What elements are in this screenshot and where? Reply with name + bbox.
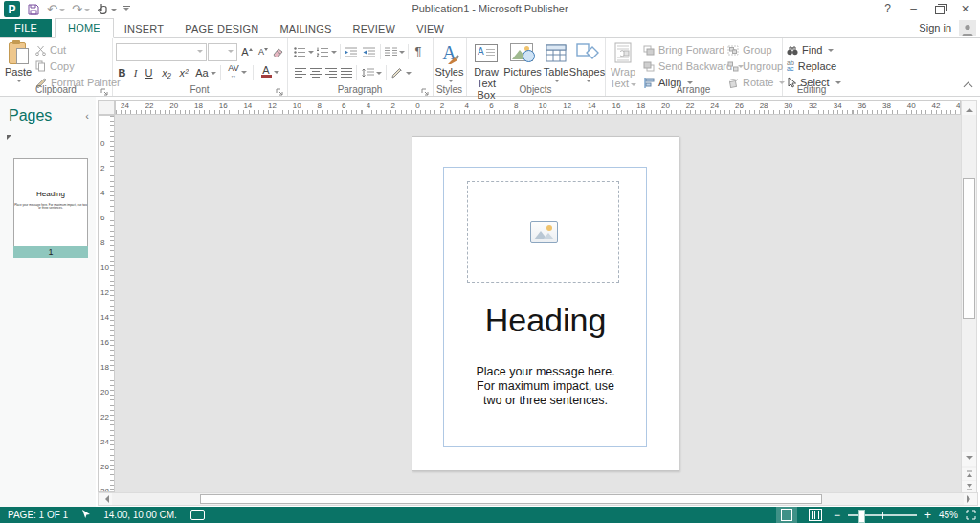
tab-home[interactable]: HOME [55, 18, 114, 38]
change-case-button[interactable]: Aa [194, 65, 217, 80]
picture-placeholder[interactable] [467, 181, 619, 283]
ruler-corner-box[interactable] [98, 100, 115, 115]
show-formatting-marks-button[interactable]: ¶ [411, 43, 426, 58]
avatar-icon[interactable] [959, 20, 976, 36]
character-spacing-button[interactable]: AV↔ [225, 64, 250, 80]
shapes-button[interactable]: Shapes [571, 40, 603, 83]
vertical-scrollbar[interactable] [961, 100, 977, 492]
clear-formatting-button[interactable] [272, 44, 285, 59]
font-dialog-launcher-icon[interactable] [275, 83, 284, 93]
underline-button[interactable]: U [143, 65, 155, 80]
line-spacing-button[interactable] [360, 65, 383, 80]
scroll-left-button[interactable] [99, 493, 112, 505]
previous-page-button[interactable] [962, 468, 976, 480]
horizontal-scroll-thumb[interactable] [200, 494, 822, 504]
picture-placeholder-icon[interactable] [530, 221, 558, 243]
v-ruler-number: 20 [100, 388, 109, 397]
touch-mode-icon[interactable] [97, 2, 117, 17]
columns-button[interactable] [383, 44, 406, 59]
scroll-down-button[interactable] [962, 452, 976, 466]
scroll-up-button[interactable] [962, 101, 976, 115]
next-page-button[interactable] [962, 481, 976, 492]
zoom-in-button[interactable]: + [924, 511, 931, 520]
single-page-view-button[interactable] [776, 507, 797, 523]
document-canvas[interactable]: Heading Place your message here. For max… [115, 115, 961, 492]
collapse-ribbon-icon[interactable] [964, 82, 973, 92]
clipboard-dialog-launcher-icon[interactable] [100, 83, 109, 93]
tab-review[interactable]: REVIEW [343, 20, 407, 37]
tab-mailings[interactable]: MAILINGS [269, 20, 342, 37]
wrap-text-button[interactable]: WrapText [607, 40, 639, 89]
document-heading-textbox[interactable]: Heading [412, 302, 679, 339]
font-size-combobox[interactable] [208, 43, 237, 61]
paragraph-dialog-launcher-icon[interactable] [420, 83, 430, 93]
copy-button[interactable]: Copy [35, 58, 75, 74]
publisher-logo-icon[interactable]: P [4, 1, 20, 17]
tab-insert[interactable]: INSERT [114, 20, 174, 37]
save-icon[interactable] [27, 2, 40, 17]
ungroup-button[interactable]: Ungroup [727, 58, 783, 74]
align-left-icon [295, 68, 306, 78]
object-size-icon[interactable] [190, 510, 205, 520]
replace-button[interactable]: ab ac Replace [787, 58, 836, 74]
scroll-right-button[interactable] [964, 493, 977, 505]
undo-button[interactable]: ↶ [47, 2, 65, 17]
help-button[interactable]: ? [875, 0, 901, 18]
table-button[interactable]: Table [542, 40, 570, 83]
two-page-spread-view-button[interactable] [805, 507, 826, 523]
publication-page[interactable]: Heading Place your message here. For max… [412, 136, 679, 471]
sign-in-link[interactable]: Sign in [919, 22, 951, 34]
document-body-textbox[interactable]: Place your message here. For maximum imp… [412, 365, 679, 408]
align-left-button[interactable] [293, 65, 307, 80]
grow-font-button[interactable]: A [239, 44, 255, 59]
superscript-button[interactable]: x² [176, 65, 191, 80]
bullets-button[interactable] [293, 44, 314, 59]
horizontal-ruler[interactable]: 2422201816141210864202468101214161820222… [115, 100, 961, 115]
restore-button[interactable] [926, 0, 952, 18]
minimize-button[interactable]: – [901, 0, 926, 18]
paste-button[interactable]: Paste [3, 40, 33, 83]
font-name-combobox[interactable] [116, 43, 207, 61]
pictures-button[interactable]: Pictures [505, 40, 540, 78]
cut-button[interactable]: Cut [35, 42, 66, 57]
page-thumbnail[interactable]: Heading Place your message here. For max… [13, 158, 88, 247]
horizontal-scrollbar[interactable] [98, 492, 978, 506]
bring-forward-button[interactable]: Bring Forward [643, 42, 736, 57]
find-button[interactable]: Find [787, 42, 834, 57]
font-color-button[interactable]: A [257, 64, 282, 80]
body-line: Place your message here. [412, 365, 679, 379]
increase-indent-button[interactable] [361, 44, 377, 59]
justify-button[interactable] [339, 65, 353, 80]
fit-to-window-icon[interactable] [966, 510, 976, 520]
bold-button[interactable]: B [116, 65, 128, 80]
vertical-scroll-thumb[interactable] [963, 178, 975, 319]
zoom-slider-thumb[interactable] [858, 510, 865, 523]
page-indicator[interactable]: PAGE: 1 OF 1 [8, 510, 68, 520]
zoom-level[interactable]: 45% [939, 510, 958, 520]
zoom-out-button[interactable]: − [834, 509, 840, 522]
object-position-value[interactable]: 14.00, 10.00 CM. [103, 510, 177, 520]
page-number-badge[interactable]: 1 [13, 246, 88, 258]
arrow-right-icon [967, 495, 974, 503]
paragraph-spacing-pen-button[interactable] [390, 65, 412, 80]
styles-button[interactable]: A Styles [434, 40, 465, 83]
numbering-button[interactable] [316, 44, 337, 59]
tab-page-design[interactable]: PAGE DESIGN [174, 20, 269, 37]
shrink-font-button[interactable]: A [256, 44, 271, 59]
pages-collapse-icon[interactable]: ‹ [85, 110, 89, 122]
decrease-indent-button[interactable] [343, 44, 359, 59]
subscript-button[interactable]: x₂ [159, 65, 174, 80]
redo-button[interactable]: ↷ [72, 2, 90, 17]
italic-button[interactable]: I [130, 65, 141, 80]
customize-quick-access-icon[interactable] [123, 2, 130, 17]
align-right-button[interactable] [323, 65, 338, 80]
tab-view[interactable]: VIEW [406, 20, 455, 37]
tab-file[interactable]: FILE [0, 19, 52, 37]
zoom-slider[interactable] [848, 514, 917, 516]
pages-expand-triangle-icon[interactable] [7, 135, 11, 140]
close-button[interactable]: × [952, 0, 978, 18]
vertical-ruler[interactable]: 0246810121416182022242628 [98, 115, 115, 492]
group-button[interactable]: Group [727, 42, 772, 57]
align-center-button[interactable] [308, 65, 323, 80]
group-label-clipboard: Clipboard [0, 84, 112, 95]
